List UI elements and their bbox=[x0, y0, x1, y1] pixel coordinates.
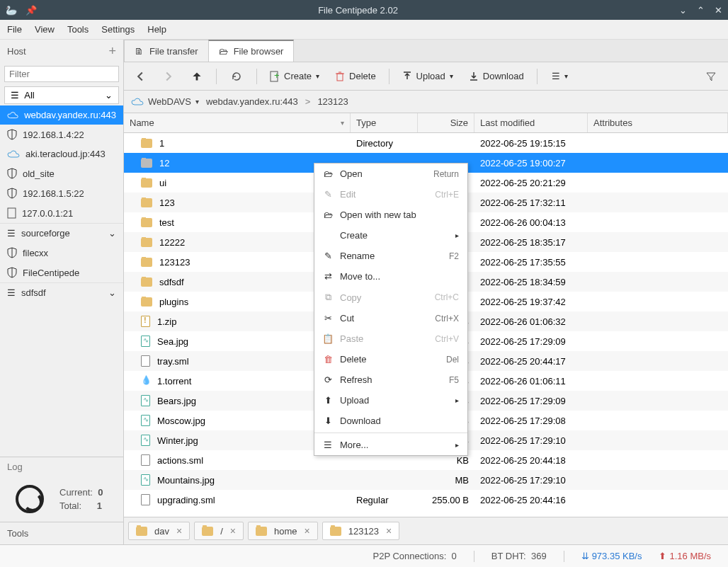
host-item[interactable]: FileCentipede bbox=[0, 263, 123, 282]
close-tab-button[interactable]: × bbox=[305, 525, 310, 537]
file-modified: 2022-06-25 17:29:10 bbox=[474, 475, 588, 486]
hamburger-icon: ☰ bbox=[7, 228, 16, 239]
table-row[interactable]: Mountains.jpgMB2022-06-25 17:29:10 bbox=[124, 470, 728, 490]
col-modified[interactable]: Last modified bbox=[474, 113, 588, 132]
file-name: upgrading.sml bbox=[157, 495, 215, 505]
delete-button[interactable]: Delete bbox=[332, 68, 379, 85]
menu-item-rename[interactable]: ✎RenameF2 bbox=[314, 246, 467, 266]
menu-help[interactable]: Help bbox=[147, 24, 166, 35]
tab-label: File browser bbox=[234, 46, 284, 57]
path-tab[interactable]: home× bbox=[248, 522, 318, 540]
nav-forward-button[interactable] bbox=[159, 69, 178, 84]
cloud-icon bbox=[7, 150, 20, 159]
refresh-button[interactable] bbox=[227, 68, 246, 85]
menu-settings[interactable]: Settings bbox=[101, 24, 135, 35]
file-size: 255.00 B bbox=[418, 495, 474, 505]
all-hosts-dropdown[interactable]: ☰ All ⌄ bbox=[4, 86, 119, 104]
group-label: sourceforge bbox=[21, 228, 70, 239]
breadcrumb-path[interactable]: 123123 bbox=[317, 96, 348, 107]
host-item[interactable]: webdav.yandex.ru:443 bbox=[0, 105, 123, 125]
menu-item-download[interactable]: ⬇Download bbox=[314, 411, 467, 431]
folder-icon bbox=[136, 527, 147, 536]
menu-item-refresh[interactable]: ⟳RefreshF5 bbox=[314, 370, 467, 390]
path-tab[interactable]: 123123× bbox=[322, 522, 400, 540]
upload-button[interactable]: Upload ▾ bbox=[399, 68, 456, 85]
breadcrumb-sep: > bbox=[305, 96, 311, 107]
menu-item-upload[interactable]: ⬆Upload▸ bbox=[314, 390, 467, 411]
download-button[interactable]: Download bbox=[466, 68, 527, 85]
host-item[interactable]: filecxx bbox=[0, 243, 123, 263]
p2p-value: 0 bbox=[452, 551, 457, 561]
menu-item-create[interactable]: Create▸ bbox=[314, 225, 467, 246]
menu-shortcut: Ctrl+C bbox=[435, 292, 459, 302]
file-name: 123 bbox=[159, 197, 175, 208]
close-tab-button[interactable]: × bbox=[176, 525, 182, 537]
host-item[interactable]: aki.teracloud.jp:443 bbox=[0, 144, 123, 164]
menu-tools[interactable]: Tools bbox=[67, 24, 89, 35]
p2p-label: P2P Connections: bbox=[373, 551, 447, 561]
file-modified: 2022-06-25 18:35:17 bbox=[474, 237, 588, 248]
chevron-down-icon: ▾ bbox=[316, 72, 319, 80]
path-tab[interactable]: /× bbox=[194, 522, 244, 540]
pin-icon[interactable]: 📌 bbox=[25, 5, 37, 16]
close-tab-button[interactable]: × bbox=[230, 525, 236, 537]
col-attributes[interactable]: Attributes bbox=[588, 113, 728, 132]
menu-item-cut[interactable]: ✂CutCtrl+X bbox=[314, 308, 467, 328]
create-button[interactable]: + Create ▾ bbox=[267, 68, 322, 85]
menu-item-paste: 📋PasteCtrl+V bbox=[314, 328, 467, 349]
path-tabs: dav×/×home×123123× bbox=[124, 517, 728, 544]
file-name: 12222 bbox=[159, 237, 185, 248]
breadcrumb-host[interactable]: webdav.yandex.ru:443 bbox=[206, 96, 298, 107]
minimize-button[interactable]: ⌄ bbox=[679, 5, 687, 16]
image-icon bbox=[141, 415, 150, 426]
menu-item-move-to-[interactable]: ⇄Move to... bbox=[314, 266, 467, 287]
menu-shortcut: Ctrl+X bbox=[435, 314, 459, 323]
host-item[interactable]: 127.0.0.1:21 bbox=[0, 203, 123, 223]
add-host-button[interactable]: + bbox=[108, 44, 116, 59]
menu-item-delete[interactable]: 🗑DeleteDel bbox=[314, 349, 467, 370]
table-row[interactable]: 1Directory2022-06-25 19:15:15 bbox=[124, 133, 728, 153]
col-name[interactable]: Name▾ bbox=[124, 113, 351, 132]
menu-view[interactable]: View bbox=[35, 24, 55, 35]
filter-input[interactable] bbox=[4, 66, 119, 82]
folder-icon bbox=[330, 527, 341, 536]
nav-up-button[interactable] bbox=[188, 69, 206, 84]
maximize-button[interactable]: ⌃ bbox=[697, 5, 705, 16]
menu-label: Paste bbox=[340, 333, 363, 344]
menu-item-open-with-new-tab[interactable]: 🗁Open with new tab bbox=[314, 205, 467, 225]
host-item[interactable]: old_site bbox=[0, 164, 123, 183]
host-group[interactable]: ☰sdfsdf⌄ bbox=[0, 282, 123, 302]
menu-label: Upload bbox=[340, 395, 369, 406]
table-row[interactable]: upgrading.smlRegular255.00 B2022-06-25 2… bbox=[124, 490, 728, 510]
tab-file-transfer[interactable]: 🗎 File transfer bbox=[124, 40, 209, 62]
file-name: actions.sml bbox=[157, 455, 203, 466]
path-tab[interactable]: dav× bbox=[128, 522, 190, 540]
file-type: Regular bbox=[351, 495, 418, 505]
toolbar: + Create ▾ Delete Upload ▾ Download ☰ ▾ bbox=[124, 62, 728, 91]
protocol-dropdown[interactable]: WebDAVS ▾ bbox=[131, 96, 199, 107]
host-group[interactable]: ☰sourceforge⌄ bbox=[0, 223, 123, 243]
host-label: old_site bbox=[23, 168, 55, 179]
host-item[interactable]: 192.168.1.5:22 bbox=[0, 183, 123, 203]
file-modified: 2022-06-25 17:29:09 bbox=[474, 336, 588, 347]
close-button[interactable]: ✕ bbox=[715, 5, 722, 16]
menu-item-more-[interactable]: ☰More...▸ bbox=[314, 435, 467, 455]
close-tab-button[interactable]: × bbox=[386, 525, 392, 537]
file-modified: 2022-06-25 19:37:42 bbox=[474, 297, 588, 307]
menu-item-open[interactable]: 🗁OpenReturn bbox=[314, 164, 467, 184]
col-type[interactable]: Type bbox=[351, 113, 418, 132]
file-name: 123123 bbox=[159, 257, 190, 268]
tools-label: Tools bbox=[0, 522, 123, 544]
filter-button[interactable] bbox=[701, 68, 721, 85]
menu-file[interactable]: File bbox=[7, 24, 22, 35]
col-size[interactable]: Size bbox=[418, 113, 474, 132]
file-name: Winter.jpg bbox=[157, 435, 198, 446]
tab-file-browser[interactable]: 🗁 File browser bbox=[208, 40, 295, 62]
nav-back-button[interactable] bbox=[131, 69, 149, 84]
view-options-button[interactable]: ☰ ▾ bbox=[547, 68, 572, 84]
host-item[interactable]: 192.168.1.4:22 bbox=[0, 125, 123, 144]
menu-item-edit: ✎EditCtrl+E bbox=[314, 184, 467, 205]
folder-icon bbox=[141, 297, 152, 307]
file-type: Directory bbox=[351, 138, 418, 149]
folder-icon bbox=[141, 238, 152, 247]
